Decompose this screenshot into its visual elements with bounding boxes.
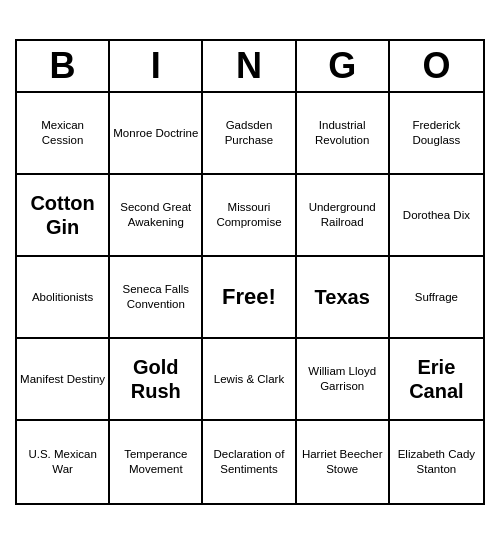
bingo-cell-24: Elizabeth Cady Stanton xyxy=(390,421,483,503)
bingo-cell-12: Free! xyxy=(203,257,296,339)
bingo-cell-21: Temperance Movement xyxy=(110,421,203,503)
cell-text-17: Lewis & Clark xyxy=(214,372,284,387)
bingo-letter-n: N xyxy=(203,41,296,91)
cell-text-2: Gadsden Purchase xyxy=(206,118,291,148)
cell-text-6: Second Great Awakening xyxy=(113,200,198,230)
cell-text-24: Elizabeth Cady Stanton xyxy=(393,447,480,477)
bingo-cell-18: William Lloyd Garrison xyxy=(297,339,390,421)
cell-text-1: Monroe Doctrine xyxy=(113,126,198,141)
cell-text-9: Dorothea Dix xyxy=(403,208,470,223)
bingo-cell-16: Gold Rush xyxy=(110,339,203,421)
cell-text-21: Temperance Movement xyxy=(113,447,198,477)
cell-text-14: Suffrage xyxy=(415,290,458,305)
bingo-cell-3: Industrial Revolution xyxy=(297,93,390,175)
cell-text-11: Seneca Falls Convention xyxy=(113,282,198,312)
cell-text-3: Industrial Revolution xyxy=(300,118,385,148)
bingo-card: BINGO Mexican CessionMonroe DoctrineGads… xyxy=(15,39,485,505)
bingo-letter-g: G xyxy=(297,41,390,91)
cell-text-12: Free! xyxy=(222,283,276,312)
cell-text-22: Declaration of Sentiments xyxy=(206,447,291,477)
cell-text-10: Abolitionists xyxy=(32,290,93,305)
bingo-cell-8: Underground Railroad xyxy=(297,175,390,257)
bingo-cell-17: Lewis & Clark xyxy=(203,339,296,421)
bingo-cell-7: Missouri Compromise xyxy=(203,175,296,257)
bingo-header: BINGO xyxy=(17,41,483,93)
bingo-cell-4: Frederick Douglass xyxy=(390,93,483,175)
cell-text-0: Mexican Cession xyxy=(20,118,105,148)
cell-text-13: Texas xyxy=(315,285,370,309)
cell-text-16: Gold Rush xyxy=(113,355,198,403)
cell-text-23: Harriet Beecher Stowe xyxy=(300,447,385,477)
bingo-cell-9: Dorothea Dix xyxy=(390,175,483,257)
bingo-cell-2: Gadsden Purchase xyxy=(203,93,296,175)
cell-text-7: Missouri Compromise xyxy=(206,200,291,230)
bingo-cell-1: Monroe Doctrine xyxy=(110,93,203,175)
bingo-grid: Mexican CessionMonroe DoctrineGadsden Pu… xyxy=(17,93,483,503)
bingo-cell-19: Erie Canal xyxy=(390,339,483,421)
bingo-cell-23: Harriet Beecher Stowe xyxy=(297,421,390,503)
cell-text-20: U.S. Mexican War xyxy=(20,447,105,477)
cell-text-19: Erie Canal xyxy=(393,355,480,403)
bingo-cell-22: Declaration of Sentiments xyxy=(203,421,296,503)
bingo-cell-10: Abolitionists xyxy=(17,257,110,339)
bingo-letter-b: B xyxy=(17,41,110,91)
bingo-cell-13: Texas xyxy=(297,257,390,339)
bingo-cell-15: Manifest Destiny xyxy=(17,339,110,421)
cell-text-18: William Lloyd Garrison xyxy=(300,364,385,394)
bingo-letter-i: I xyxy=(110,41,203,91)
bingo-cell-6: Second Great Awakening xyxy=(110,175,203,257)
cell-text-15: Manifest Destiny xyxy=(20,372,105,387)
cell-text-8: Underground Railroad xyxy=(300,200,385,230)
cell-text-5: Cotton Gin xyxy=(20,191,105,239)
bingo-cell-0: Mexican Cession xyxy=(17,93,110,175)
bingo-cell-11: Seneca Falls Convention xyxy=(110,257,203,339)
bingo-cell-14: Suffrage xyxy=(390,257,483,339)
cell-text-4: Frederick Douglass xyxy=(393,118,480,148)
bingo-cell-5: Cotton Gin xyxy=(17,175,110,257)
bingo-letter-o: O xyxy=(390,41,483,91)
bingo-cell-20: U.S. Mexican War xyxy=(17,421,110,503)
